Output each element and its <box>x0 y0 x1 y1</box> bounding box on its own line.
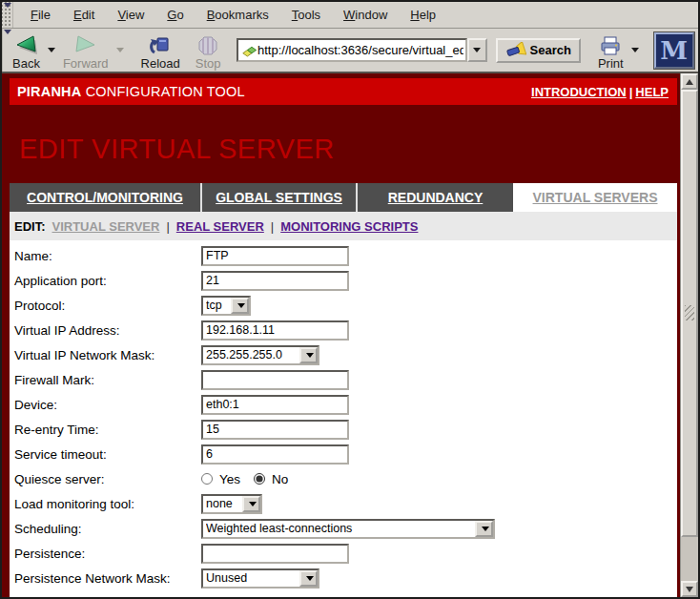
reentry-time-label: Re-entry Time: <box>10 423 201 437</box>
quiesce-no-label: No <box>272 472 288 486</box>
print-label: Print <box>598 56 624 71</box>
menu-window[interactable]: Window <box>334 4 397 26</box>
menu-bookmarks[interactable]: Bookmarks <box>197 4 278 26</box>
menu-file[interactable]: File <box>21 4 60 26</box>
menu-help[interactable]: Help <box>401 4 445 26</box>
back-icon <box>13 35 38 56</box>
toolbar-area: Back Forward Reload <box>3 29 700 72</box>
load-monitoring-tool-label: Load monitoring tool: <box>10 497 201 511</box>
search-label: Search <box>530 43 571 57</box>
device-label: Device: <box>10 398 201 412</box>
virtual-ip-label: Virtual IP Address: <box>10 323 201 338</box>
application-port-input[interactable] <box>201 271 349 291</box>
print-button[interactable]: Print <box>594 30 628 72</box>
form-row-load-tool: Load monitoring tool: none <box>10 491 677 516</box>
forward-icon <box>73 35 98 56</box>
forward-label: Forward <box>63 56 109 71</box>
form-row-vip: Virtual IP Address: <box>10 318 677 342</box>
stop-icon <box>196 35 219 56</box>
menubar-grippy[interactable] <box>2 2 13 28</box>
scrollbar-track[interactable] <box>681 90 698 581</box>
quiesce-yes-radio[interactable] <box>201 473 213 485</box>
page-title: EDIT VIRTUAL SERVER <box>10 105 677 165</box>
scheduling-select[interactable]: Weighted least-connections <box>201 519 495 539</box>
search-button[interactable]: Search <box>496 38 581 63</box>
introduction-link[interactable]: INTRODUCTION <box>531 85 627 99</box>
print-dropdown[interactable] <box>631 48 639 52</box>
reload-button[interactable]: Reload <box>137 30 184 72</box>
subnav-real-server-link[interactable]: REAL SERVER <box>176 219 264 234</box>
quiesce-radio-group: Yes No <box>201 472 298 486</box>
chevron-down-icon <box>473 48 481 52</box>
subnav-monitoring-scripts-link[interactable]: MONITORING SCRIPTS <box>280 219 418 234</box>
piranha-banner: PIRANHA CONFIGURATION TOOL INTRODUCTION|… <box>10 78 677 105</box>
quiesce-server-label: Quiesce server: <box>10 472 201 486</box>
menu-items: File Edit View Go Bookmarks Tools Window… <box>13 2 445 28</box>
firewall-mark-label: Firewall Mark: <box>10 373 201 387</box>
url-input[interactable] <box>257 43 463 57</box>
protocol-select[interactable]: tcp <box>201 296 251 316</box>
virtual-ip-mask-label: Virtual IP Network Mask: <box>10 348 201 362</box>
arrow-up-icon <box>686 79 693 85</box>
url-bar <box>237 38 487 62</box>
form-row-device: Device: <box>10 392 677 417</box>
form-row-persist-mask: Persistence Network Mask: Unused <box>10 566 677 590</box>
virtual-ip-mask-select-wrap: 255.255.255.0 <box>201 345 319 365</box>
toolbar-grippy[interactable] <box>2 29 3 72</box>
print-area: Print <box>594 30 643 72</box>
print-icon <box>598 35 623 56</box>
load-monitoring-select[interactable]: none <box>201 494 262 514</box>
edit-subnav: EDIT: VIRTUAL SERVER | REAL SERVER | MON… <box>10 212 677 240</box>
main-tabs: CONTROL/MONITORING GLOBAL SETTINGS REDUN… <box>10 183 677 212</box>
subnav-prefix: EDIT: <box>14 219 46 234</box>
subnav-separator: | <box>271 219 274 234</box>
mozilla-logo[interactable]: M <box>654 32 694 69</box>
url-field[interactable] <box>237 38 467 62</box>
form-row-port: Application port: <box>10 268 677 293</box>
scroll-down-button[interactable] <box>681 581 698 597</box>
back-button[interactable]: Back <box>9 30 44 72</box>
device-input[interactable] <box>201 395 349 415</box>
search-flashlight-icon <box>505 42 526 59</box>
vertical-scrollbar <box>680 73 698 597</box>
navigation-toolbar: Back Forward Reload <box>2 29 698 73</box>
form-row-scheduling: Scheduling: Weighted least-connections <box>10 516 677 541</box>
browser-window: File Edit View Go Bookmarks Tools Window… <box>0 0 700 599</box>
subnav-separator: | <box>166 219 169 234</box>
protocol-select-wrap: tcp <box>201 296 251 316</box>
menu-tools[interactable]: Tools <box>282 4 330 26</box>
scrollbar-thumb[interactable] <box>681 90 698 537</box>
form-row-vip-mask: Virtual IP Network Mask: 255.255.255.0 <box>10 342 677 367</box>
persistence-input[interactable] <box>201 544 349 564</box>
help-link[interactable]: HELP <box>635 85 669 99</box>
virtual-ip-mask-select[interactable]: 255.255.255.0 <box>201 345 319 365</box>
tab-global-settings[interactable]: GLOBAL SETTINGS <box>202 183 358 212</box>
persistence-mask-label: Persistence Network Mask: <box>10 571 201 586</box>
reentry-time-input[interactable] <box>201 420 349 440</box>
service-timeout-input[interactable] <box>201 444 349 465</box>
form-row-reentry: Re-entry Time: <box>10 417 677 442</box>
virtual-ip-input[interactable] <box>201 320 349 341</box>
collapse-arrow-icon <box>4 3 11 8</box>
application-port-label: Application port: <box>10 274 201 288</box>
tab-control-monitoring[interactable]: CONTROL/MONITORING <box>10 183 202 212</box>
menu-view[interactable]: View <box>108 4 154 26</box>
forward-button: Forward <box>59 30 113 72</box>
back-history-dropdown[interactable] <box>48 48 55 52</box>
menu-go[interactable]: Go <box>157 4 193 26</box>
page-header: EDIT VIRTUAL SERVER <box>10 105 677 183</box>
firewall-mark-input[interactable] <box>201 370 349 390</box>
persistence-mask-select[interactable]: Unused <box>201 568 319 589</box>
tab-virtual-servers: VIRTUAL SERVERS <box>513 183 677 212</box>
quiesce-yes-label: Yes <box>219 472 240 486</box>
url-history-dropdown[interactable] <box>467 38 487 62</box>
banner-links: INTRODUCTION|HELP <box>531 85 669 99</box>
name-input[interactable] <box>201 246 349 266</box>
menu-edit[interactable]: Edit <box>64 4 104 26</box>
quiesce-no-radio[interactable] <box>254 473 265 485</box>
forward-history-dropdown <box>116 48 124 52</box>
mozilla-m-icon: M <box>660 38 688 63</box>
tab-redundancy[interactable]: REDUNDANCY <box>358 183 513 212</box>
scroll-up-button[interactable] <box>681 73 698 90</box>
service-timeout-label: Service timeout: <box>10 447 201 462</box>
